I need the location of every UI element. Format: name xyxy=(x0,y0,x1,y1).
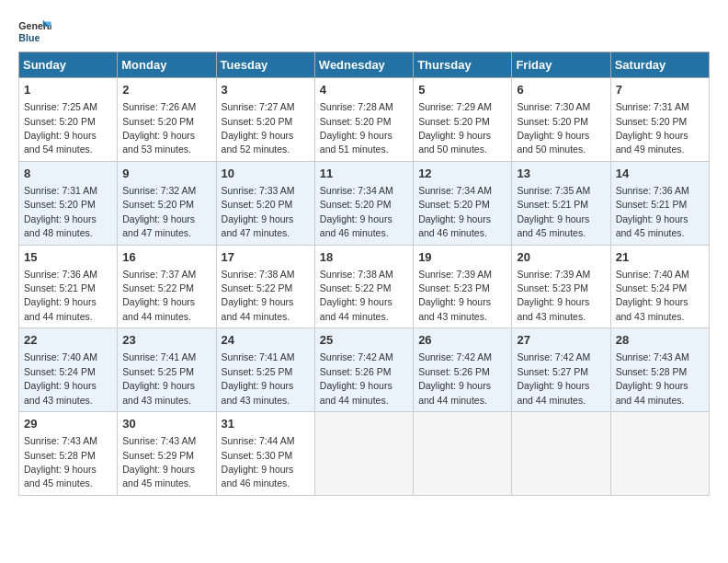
calendar-cell: 8 Sunrise: 7:31 AMSunset: 5:20 PMDayligh… xyxy=(19,161,118,245)
day-info: Sunrise: 7:34 AMSunset: 5:20 PMDaylight:… xyxy=(320,185,393,238)
day-number: 20 xyxy=(517,249,605,266)
day-info: Sunrise: 7:42 AMSunset: 5:27 PMDaylight:… xyxy=(517,351,590,405)
day-number: 9 xyxy=(122,166,210,182)
day-info: Sunrise: 7:29 AMSunset: 5:20 PMDaylight:… xyxy=(418,101,492,155)
day-number: 3 xyxy=(222,82,310,98)
day-info: Sunrise: 7:28 AMSunset: 5:20 PMDaylight:… xyxy=(320,101,393,155)
day-number: 12 xyxy=(418,166,506,182)
day-number: 19 xyxy=(418,249,506,266)
day-number: 6 xyxy=(517,82,605,98)
calendar-cell: 2 Sunrise: 7:26 AMSunset: 5:20 PMDayligh… xyxy=(118,78,216,162)
calendar-cell: 5 Sunrise: 7:29 AMSunset: 5:20 PMDayligh… xyxy=(414,78,512,162)
calendar-cell: 12 Sunrise: 7:34 AMSunset: 5:20 PMDaylig… xyxy=(414,161,512,245)
day-number: 15 xyxy=(24,249,112,266)
weekday-header: Monday xyxy=(118,52,216,78)
calendar-cell: 20 Sunrise: 7:39 AMSunset: 5:23 PMDaylig… xyxy=(512,245,610,328)
calendar-cell: 25 Sunrise: 7:42 AMSunset: 5:26 PMDaylig… xyxy=(314,328,413,412)
calendar-cell xyxy=(610,412,709,496)
calendar-cell: 6 Sunrise: 7:30 AMSunset: 5:20 PMDayligh… xyxy=(512,78,610,162)
day-info: Sunrise: 7:41 AMSunset: 5:25 PMDaylight:… xyxy=(222,351,295,405)
day-info: Sunrise: 7:39 AMSunset: 5:23 PMDaylight:… xyxy=(517,269,590,322)
calendar-cell: 30 Sunrise: 7:43 AMSunset: 5:29 PMDaylig… xyxy=(118,412,216,496)
calendar-cell: 16 Sunrise: 7:37 AMSunset: 5:22 PMDaylig… xyxy=(118,245,216,328)
day-info: Sunrise: 7:43 AMSunset: 5:28 PMDaylight:… xyxy=(616,351,689,405)
calendar-cell: 11 Sunrise: 7:34 AMSunset: 5:20 PMDaylig… xyxy=(314,161,413,245)
day-info: Sunrise: 7:37 AMSunset: 5:22 PMDaylight:… xyxy=(122,269,196,322)
calendar-cell: 9 Sunrise: 7:32 AMSunset: 5:20 PMDayligh… xyxy=(118,161,216,245)
day-number: 16 xyxy=(122,249,210,266)
day-info: Sunrise: 7:42 AMSunset: 5:26 PMDaylight:… xyxy=(418,351,492,405)
calendar-cell: 17 Sunrise: 7:38 AMSunset: 5:22 PMDaylig… xyxy=(216,245,314,328)
weekday-header: Thursday xyxy=(414,52,512,78)
day-number: 31 xyxy=(222,416,310,432)
day-number: 14 xyxy=(616,166,704,182)
day-number: 1 xyxy=(24,82,112,98)
day-number: 2 xyxy=(122,82,210,98)
day-info: Sunrise: 7:35 AMSunset: 5:21 PMDaylight:… xyxy=(517,185,590,238)
day-info: Sunrise: 7:42 AMSunset: 5:26 PMDaylight:… xyxy=(320,351,393,405)
day-number: 23 xyxy=(122,332,210,349)
weekday-header: Tuesday xyxy=(216,52,314,78)
calendar-cell: 13 Sunrise: 7:35 AMSunset: 5:21 PMDaylig… xyxy=(512,161,610,245)
day-info: Sunrise: 7:36 AMSunset: 5:21 PMDaylight:… xyxy=(24,269,97,322)
day-info: Sunrise: 7:39 AMSunset: 5:23 PMDaylight:… xyxy=(418,269,492,322)
day-info: Sunrise: 7:33 AMSunset: 5:20 PMDaylight:… xyxy=(222,185,295,238)
day-info: Sunrise: 7:26 AMSunset: 5:20 PMDaylight:… xyxy=(122,101,196,155)
day-number: 13 xyxy=(517,166,605,182)
day-number: 25 xyxy=(320,332,408,349)
day-info: Sunrise: 7:44 AMSunset: 5:30 PMDaylight:… xyxy=(222,435,295,488)
weekday-header: Friday xyxy=(512,52,610,78)
calendar-table: SundayMondayTuesdayWednesdayThursdayFrid… xyxy=(18,52,710,496)
day-number: 28 xyxy=(616,332,704,349)
calendar-cell: 7 Sunrise: 7:31 AMSunset: 5:20 PMDayligh… xyxy=(610,78,709,162)
calendar-cell: 24 Sunrise: 7:41 AMSunset: 5:25 PMDaylig… xyxy=(216,328,314,412)
day-info: Sunrise: 7:32 AMSunset: 5:20 PMDaylight:… xyxy=(122,185,196,238)
calendar-cell: 29 Sunrise: 7:43 AMSunset: 5:28 PMDaylig… xyxy=(19,412,118,496)
day-number: 22 xyxy=(24,332,112,349)
calendar-cell: 28 Sunrise: 7:43 AMSunset: 5:28 PMDaylig… xyxy=(610,328,709,412)
calendar-cell: 10 Sunrise: 7:33 AMSunset: 5:20 PMDaylig… xyxy=(216,161,314,245)
day-number: 7 xyxy=(616,82,704,98)
calendar-cell: 18 Sunrise: 7:38 AMSunset: 5:22 PMDaylig… xyxy=(314,245,413,328)
day-info: Sunrise: 7:43 AMSunset: 5:29 PMDaylight:… xyxy=(122,435,196,488)
day-number: 18 xyxy=(320,249,408,266)
day-info: Sunrise: 7:30 AMSunset: 5:20 PMDaylight:… xyxy=(517,101,590,155)
calendar-cell: 4 Sunrise: 7:28 AMSunset: 5:20 PMDayligh… xyxy=(314,78,413,162)
day-number: 10 xyxy=(222,166,310,182)
day-number: 8 xyxy=(24,166,112,182)
calendar-cell: 23 Sunrise: 7:41 AMSunset: 5:25 PMDaylig… xyxy=(118,328,216,412)
day-number: 24 xyxy=(222,332,310,349)
calendar-cell: 22 Sunrise: 7:40 AMSunset: 5:24 PMDaylig… xyxy=(19,328,118,412)
svg-text:Blue: Blue xyxy=(18,32,40,43)
calendar-cell: 19 Sunrise: 7:39 AMSunset: 5:23 PMDaylig… xyxy=(414,245,512,328)
calendar-cell: 31 Sunrise: 7:44 AMSunset: 5:30 PMDaylig… xyxy=(216,412,314,496)
day-number: 27 xyxy=(517,332,605,349)
day-info: Sunrise: 7:38 AMSunset: 5:22 PMDaylight:… xyxy=(320,269,393,322)
day-info: Sunrise: 7:41 AMSunset: 5:25 PMDaylight:… xyxy=(122,351,196,405)
day-info: Sunrise: 7:27 AMSunset: 5:20 PMDaylight:… xyxy=(222,101,295,155)
day-number: 17 xyxy=(222,249,310,266)
day-number: 29 xyxy=(24,416,112,432)
day-number: 4 xyxy=(320,82,408,98)
day-number: 30 xyxy=(122,416,210,432)
calendar-cell: 3 Sunrise: 7:27 AMSunset: 5:20 PMDayligh… xyxy=(216,78,314,162)
day-info: Sunrise: 7:40 AMSunset: 5:24 PMDaylight:… xyxy=(616,269,689,322)
weekday-header: Wednesday xyxy=(314,52,413,78)
day-number: 5 xyxy=(418,82,506,98)
day-info: Sunrise: 7:31 AMSunset: 5:20 PMDaylight:… xyxy=(24,185,97,238)
day-info: Sunrise: 7:36 AMSunset: 5:21 PMDaylight:… xyxy=(616,185,689,238)
day-number: 26 xyxy=(418,332,506,349)
day-number: 11 xyxy=(320,166,408,182)
weekday-header: Sunday xyxy=(19,52,118,78)
day-info: Sunrise: 7:25 AMSunset: 5:20 PMDaylight:… xyxy=(24,101,97,155)
logo: General Blue xyxy=(18,18,53,46)
calendar-cell: 27 Sunrise: 7:42 AMSunset: 5:27 PMDaylig… xyxy=(512,328,610,412)
calendar-cell: 15 Sunrise: 7:36 AMSunset: 5:21 PMDaylig… xyxy=(19,245,118,328)
day-info: Sunrise: 7:43 AMSunset: 5:28 PMDaylight:… xyxy=(24,435,97,488)
calendar-cell xyxy=(414,412,512,496)
day-info: Sunrise: 7:38 AMSunset: 5:22 PMDaylight:… xyxy=(222,269,295,322)
calendar-cell xyxy=(314,412,413,496)
day-info: Sunrise: 7:40 AMSunset: 5:24 PMDaylight:… xyxy=(24,351,97,405)
day-number: 21 xyxy=(616,249,704,266)
calendar-cell: 1 Sunrise: 7:25 AMSunset: 5:20 PMDayligh… xyxy=(19,78,118,162)
